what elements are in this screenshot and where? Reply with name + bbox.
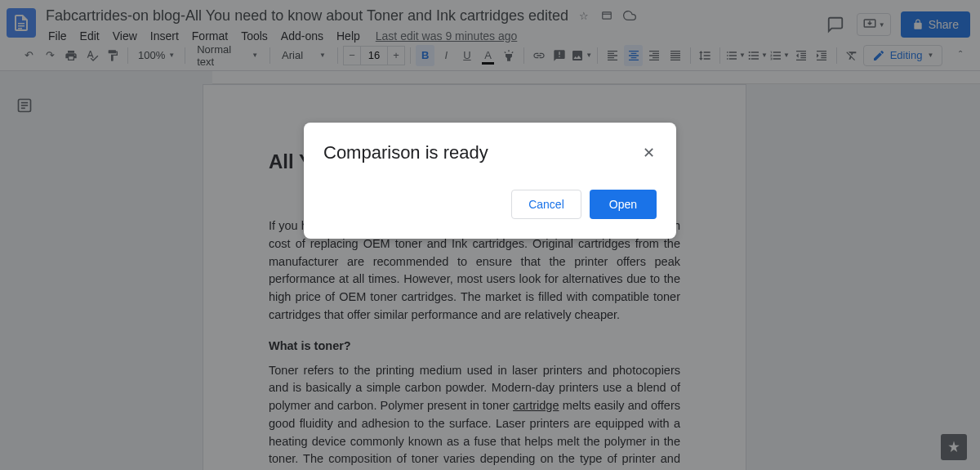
cancel-button[interactable]: Cancel bbox=[511, 190, 581, 219]
comparison-modal: Comparison is ready ✕ Cancel Open bbox=[304, 123, 676, 239]
modal-title: Comparison is ready bbox=[323, 142, 488, 163]
modal-overlay: Comparison is ready ✕ Cancel Open bbox=[0, 0, 980, 470]
close-icon[interactable]: ✕ bbox=[640, 145, 657, 161]
open-button[interactable]: Open bbox=[590, 190, 657, 219]
